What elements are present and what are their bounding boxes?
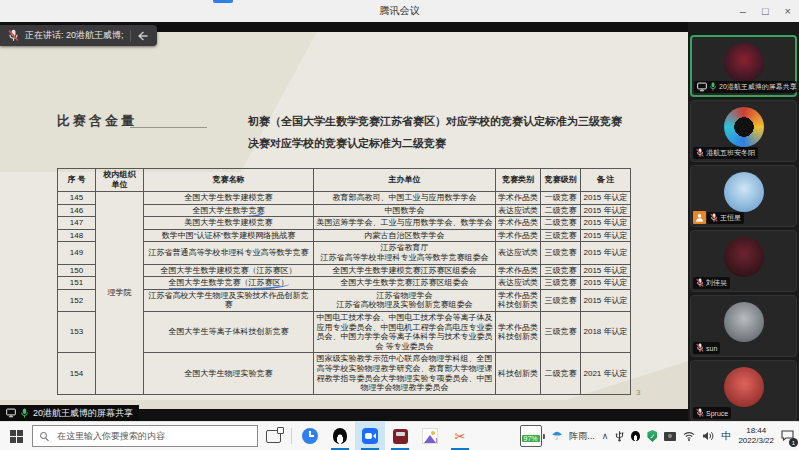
speaker-icon[interactable]	[702, 422, 714, 450]
category-cell: 学术作品类 科技创新类	[496, 289, 541, 311]
participant-tile[interactable]: 刘佳昊	[690, 230, 797, 292]
level-cell: 三级竞赛	[541, 311, 581, 352]
competition-name-cell: 全国大学生数学竞赛（江苏赛区）	[144, 277, 314, 290]
minimize-button[interactable]: –	[740, 6, 746, 17]
category-cell: 学术作品类	[496, 192, 541, 205]
row-number-cell: 147	[58, 217, 96, 230]
participant-label-row: 港航五班安冬阳	[693, 147, 758, 159]
category-cell: 表达应试类	[496, 242, 541, 264]
participant-avatar	[724, 172, 764, 212]
mic-muted-icon	[696, 343, 704, 353]
ime-indicator[interactable]: 中	[721, 422, 731, 450]
table-row: 148数学中国“认证杯”数学建模网络挑战赛内蒙古自治区数学学会学术作品类三级竞赛…	[58, 229, 631, 242]
action-center-button[interactable]: 1	[781, 422, 794, 450]
slide-intro-line1: 初赛（全国大学生数学竞赛江苏省赛区）对应学校的竞赛认定标准为三级竞赛	[248, 114, 622, 129]
page-number: 3	[636, 388, 640, 397]
umbrella-weather-icon[interactable]: ☂	[552, 422, 563, 450]
note-cell: 2015 年认定	[581, 264, 631, 277]
battery-nub	[543, 434, 545, 439]
host-cell: 美国运筹学学会、工业与应用数学学会、数学学会	[314, 217, 496, 230]
participants-sidebar: 20港航王威博的屏幕共享港航五班安冬阳王恒星刘佳昊sunSpruce	[688, 22, 799, 422]
clock-app-icon	[302, 428, 318, 444]
competition-name-cell: 美国大学生数学建模竞赛	[144, 217, 314, 230]
participant-tile[interactable]: sun	[690, 295, 797, 357]
note-cell: 2015 年认定	[581, 217, 631, 230]
note-cell: 2015 年认定	[581, 192, 631, 205]
monitor-icon	[6, 408, 16, 418]
tray-expand-chevron[interactable]: ∧	[602, 422, 609, 450]
qq-tray-icon[interactable]	[631, 422, 640, 450]
column-header: 竞赛类别	[496, 169, 541, 192]
row-number-cell: 149	[58, 242, 96, 264]
competition-name-cell: 全国大学生物理实验竞赛	[144, 353, 314, 394]
participant-tile[interactable]: Spruce	[690, 360, 797, 422]
note-cell: 2015 年认定	[581, 277, 631, 290]
screenshot-app-button[interactable]	[445, 422, 475, 450]
qq-app-button[interactable]	[325, 422, 355, 450]
row-number-cell: 150	[58, 264, 96, 277]
main-area: 比赛含金量 初赛（全国大学生数学竞赛江苏省赛区）对应学校的竞赛认定标准为三级竞赛…	[0, 22, 799, 422]
weather-label[interactable]: 阵雨...	[569, 422, 595, 450]
participant-avatar	[724, 107, 764, 147]
participant-avatar	[724, 302, 764, 342]
start-button[interactable]	[0, 422, 32, 450]
level-cell: 二级竞赛	[541, 353, 581, 394]
banner-divider	[130, 30, 131, 42]
mic-muted-icon	[696, 148, 704, 158]
participant-avatar	[724, 367, 764, 407]
category-cell: 学术作品类	[496, 229, 541, 242]
taskbar-search[interactable]	[32, 425, 258, 447]
meeting-app-icon	[362, 428, 378, 444]
host-cell: 江苏省教育厅 江苏省高等学校非理科专业高等数学竞赛组委会	[314, 242, 496, 264]
search-input[interactable]	[55, 430, 250, 442]
participant-label-row: Spruce	[693, 407, 731, 419]
participant-label: sun	[693, 342, 720, 354]
table-row: 149江苏省普通高等学校非理科专业高等数学竞赛江苏省教育厅 江苏省高等学校非理科…	[58, 242, 631, 264]
table-row: 154全国大学生物理实验竞赛国家级实验教学示范中心联席会物理学科组、全国高等学校…	[58, 353, 631, 394]
org-unit-cell: 理学院	[96, 192, 144, 395]
participant-tile[interactable]: 港航五班安冬阳	[690, 100, 797, 162]
task-view-icon	[266, 430, 281, 443]
row-number-cell: 145	[58, 192, 96, 205]
clock-app-button[interactable]	[295, 422, 325, 450]
battery-indicator[interactable]: 97%	[520, 422, 545, 450]
participant-tile[interactable]: 王恒星	[690, 165, 797, 227]
usb-icon[interactable]	[615, 422, 624, 450]
maximize-button[interactable]: □	[762, 6, 769, 17]
clock-date[interactable]: 18:44 2022/3/22	[738, 422, 774, 450]
competition-name-cell: 江苏省高校大学生物理及实验技术作品创新竞赛	[144, 289, 314, 311]
host-cell: 中国电工技术学会、中国电工技术学会等离子体及应用专业委员会、中国电机工程学会高电…	[314, 311, 496, 352]
slide-decor-top-left	[0, 32, 330, 172]
participant-tile[interactable]: 20港航王威博的屏幕共享	[690, 35, 797, 97]
row-number-cell: 154	[58, 353, 96, 394]
camera-device-icon[interactable]	[664, 422, 676, 450]
share-banner: 20港航王威博的屏幕共享	[0, 405, 139, 421]
system-tray: 97% ☂ 阵雨... ∧ 中 18:44 2022/3/22 1	[520, 422, 799, 450]
heading-divider-line	[130, 127, 207, 128]
security-shield-icon[interactable]	[647, 422, 657, 450]
tray-date: 2022/3/22	[738, 436, 774, 446]
task-view-button[interactable]	[258, 422, 288, 450]
close-button[interactable]: ×	[785, 6, 791, 17]
level-cell: 一级竞赛	[541, 192, 581, 205]
mic-on-icon	[20, 408, 29, 419]
window-controls: – □ ×	[740, 0, 791, 22]
competition-name-cell: 全国大学生数学建模竞赛（江苏赛区）	[144, 264, 314, 277]
table-row: 150全国大学生数学建模竞赛（江苏赛区）全国大学生数学建模竞赛江苏赛区组委会学术…	[58, 264, 631, 277]
wps-app-button[interactable]	[385, 422, 415, 450]
wifi-icon[interactable]	[683, 422, 695, 450]
competition-name: 全国大学生数学建模竞赛	[185, 193, 273, 202]
table-header-row: 序 号校内组织 单位竞赛名称主办单位竞赛类别竞赛级别备 注	[58, 169, 631, 192]
level-cell: 三级竞赛	[541, 264, 581, 277]
photos-app-button[interactable]	[415, 422, 445, 450]
taskbar-apps	[295, 422, 475, 450]
person-badge-icon	[693, 211, 706, 224]
battery-percent: 97%	[522, 435, 540, 442]
collapse-arrow-icon[interactable]	[137, 31, 149, 41]
participant-label-row: 王恒星	[693, 211, 744, 224]
competition-name: 全国大学生数学建模竞赛（江苏赛区）	[161, 266, 297, 275]
windows-logo-icon	[10, 430, 23, 443]
meeting-app-button[interactable]	[355, 422, 385, 450]
mic-muted-icon	[710, 213, 718, 223]
titlebar: 腾讯会议 – □ ×	[0, 0, 799, 23]
